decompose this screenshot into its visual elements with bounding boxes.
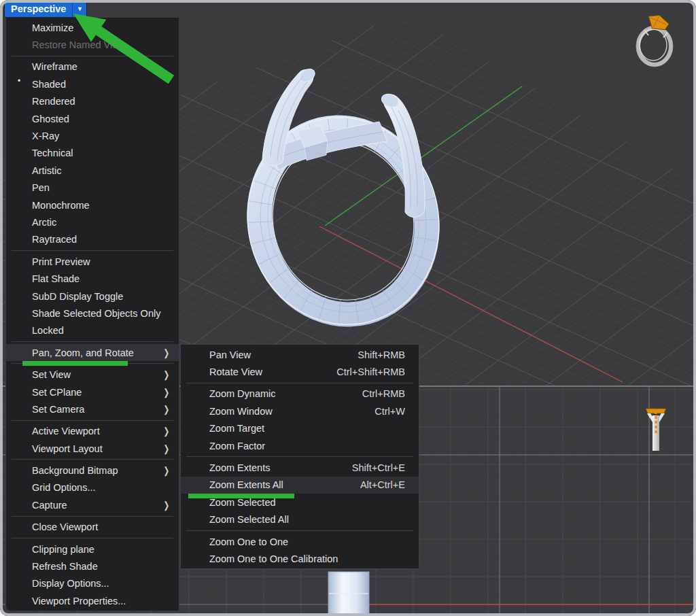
menu-item-arctic[interactable]: Arctic	[6, 213, 179, 230]
menu-item-restore-named-view: Restore Named View	[6, 36, 179, 53]
menu-item-flat-shade[interactable]: Flat Shade	[6, 270, 179, 287]
menu-item-capture[interactable]: Capture❯	[6, 496, 179, 513]
menu-item-label: X-Ray	[32, 131, 59, 141]
shortcut-label: Alt+Ctrl+E	[360, 479, 405, 490]
menu-item-artistic[interactable]: Artistic	[6, 162, 179, 179]
chevron-right-icon: ❯	[164, 369, 170, 380]
menu-separator	[6, 457, 179, 462]
menu-item-set-camera[interactable]: Set Camera❯	[6, 400, 179, 417]
rhino-app-window: Perspective ▼ MaximizeRestore Named View…	[0, 0, 696, 616]
menu-item-subd-display-toggle[interactable]: SubD Display Toggle	[6, 288, 179, 305]
submenu-item-zoom-extents-all[interactable]: Zoom Extents AllAlt+Ctrl+E	[181, 477, 419, 494]
menu-item-label: Set Camera	[32, 404, 84, 415]
submenu-item-zoom-extents[interactable]: Zoom ExtentsShift+Ctrl+E	[181, 459, 419, 476]
submenu-item-zoom-target[interactable]: Zoom Target	[181, 420, 419, 437]
menu-item-label: Restore Named View	[32, 39, 125, 50]
menu-item-pen[interactable]: Pen	[6, 179, 179, 196]
annotation-underline-zoom-extents-all	[188, 494, 294, 498]
menu-item-label: Pan, Zoom, and Rotate	[32, 347, 134, 358]
submenu-item-label: Zoom Extents	[209, 462, 270, 473]
menu-item-close-viewport[interactable]: Close Viewport	[6, 519, 179, 536]
submenu-item-zoom-one-to-one[interactable]: Zoom One to One	[181, 533, 419, 550]
menu-item-maximize[interactable]: Maximize	[6, 19, 179, 36]
chevron-right-icon: ❯	[164, 387, 170, 398]
shortcut-label: Ctrl+Shift+RMB	[336, 366, 405, 377]
menu-item-pan-zoom-and-rotate[interactable]: Pan, Zoom, and Rotate❯	[6, 344, 179, 361]
viewport-title-dropdown-arrow[interactable]: ▼	[72, 1, 86, 17]
menu-item-refresh-shade[interactable]: Refresh Shade	[6, 558, 179, 575]
submenu-item-label: Pan View	[209, 349, 251, 360]
submenu-separator	[181, 381, 419, 386]
submenu-item-zoom-factor[interactable]: Zoom Factor	[181, 437, 419, 454]
menu-item-active-viewport[interactable]: Active Viewport❯	[6, 423, 179, 440]
menu-item-label: Set CPlane	[32, 387, 82, 398]
chevron-down-icon: ▼	[77, 5, 83, 12]
submenu-item-zoom-window[interactable]: Zoom WindowCtrl+W	[181, 403, 419, 420]
chevron-right-icon: ❯	[164, 443, 170, 454]
viewport-title-button[interactable]: Perspective ▼	[5, 1, 86, 17]
menu-separator	[6, 54, 179, 58]
menu-separator	[6, 418, 179, 423]
menu-item-label: Close Viewport	[32, 521, 98, 532]
menu-separator	[6, 514, 179, 519]
menu-item-monochrome[interactable]: Monochrome	[6, 196, 179, 213]
menu-item-label: Refresh Shade	[32, 561, 98, 572]
menu-item-wireframe[interactable]: Wireframe	[6, 58, 179, 75]
menu-item-label: Background Bitmap	[32, 465, 118, 476]
menu-item-viewport-properties[interactable]: Viewport Properties...	[6, 592, 179, 609]
menu-item-label: Capture	[32, 500, 67, 511]
chevron-right-icon: ❯	[164, 465, 170, 476]
menu-item-label: Grid Options...	[32, 482, 95, 493]
menu-item-set-cplane[interactable]: Set CPlane❯	[6, 383, 179, 400]
menu-item-label: Locked	[32, 325, 64, 336]
submenu-item-zoom-one-to-one-calibration[interactable]: Zoom One to One Calibration	[181, 550, 419, 567]
submenu-item-label: Zoom Window	[209, 406, 273, 417]
menu-item-set-view[interactable]: Set View❯	[6, 366, 179, 383]
menu-item-label: Raytraced	[32, 234, 77, 245]
annotation-underline-pan-zoom-rotate	[22, 361, 128, 366]
chevron-right-icon: ❯	[164, 426, 170, 437]
submenu-separator	[181, 528, 419, 533]
submenu-item-zoom-dynamic[interactable]: Zoom DynamicCtrl+RMB	[181, 386, 419, 403]
menu-item-display-options[interactable]: Display Options...	[6, 575, 179, 592]
menu-item-label: Set View	[32, 369, 71, 380]
menu-item-technical[interactable]: Technical	[6, 145, 179, 162]
menu-item-shade-selected-objects-only[interactable]: Shade Selected Objects Only	[6, 305, 179, 322]
menu-item-raytraced[interactable]: Raytraced	[6, 231, 179, 248]
menu-item-label: Print Preview	[32, 256, 90, 267]
pan-zoom-rotate-submenu: Pan ViewShift+RMBRotate ViewCtrl+Shift+R…	[180, 344, 419, 569]
submenu-item-rotate-view[interactable]: Rotate ViewCtrl+Shift+RMB	[181, 363, 419, 380]
menu-item-label: Technical	[32, 148, 73, 158]
submenu-item-label: Zoom Extents All	[209, 479, 283, 490]
menu-item-rendered[interactable]: Rendered	[6, 93, 179, 110]
menu-item-label: Ghosted	[32, 114, 69, 124]
current-mode-bullet-icon: •	[18, 76, 20, 86]
menu-item-label: Viewport Properties...	[32, 596, 126, 606]
submenu-item-label: Rotate View	[209, 366, 262, 377]
submenu-item-label: Zoom Selected	[209, 497, 276, 508]
submenu-item-zoom-selected-all[interactable]: Zoom Selected All	[181, 511, 419, 528]
menu-item-label: Maximize	[32, 22, 73, 33]
menu-item-grid-options[interactable]: Grid Options...	[6, 479, 179, 496]
menu-item-label: Active Viewport	[32, 426, 100, 437]
menu-item-label: Artistic	[32, 165, 62, 176]
shortcut-label: Shift+Ctrl+E	[352, 462, 405, 473]
menu-item-label: Wireframe	[32, 61, 77, 72]
menu-item-label: Monochrome	[32, 200, 90, 211]
menu-item-shaded[interactable]: •Shaded	[6, 75, 179, 92]
menu-item-background-bitmap[interactable]: Background Bitmap❯	[6, 462, 179, 479]
menu-item-clipping-plane[interactable]: Clipping plane	[6, 541, 179, 558]
submenu-item-pan-view[interactable]: Pan ViewShift+RMB	[181, 346, 419, 363]
menu-item-label: Display Options...	[32, 578, 109, 589]
viewport-title-label[interactable]: Perspective	[5, 1, 72, 17]
menu-item-label: Rendered	[32, 96, 75, 107]
viewport-context-menu: MaximizeRestore Named ViewWireframe•Shad…	[5, 18, 179, 611]
menu-item-ghosted[interactable]: Ghosted	[6, 110, 179, 127]
menu-item-x-ray[interactable]: X-Ray	[6, 127, 179, 144]
menu-item-locked[interactable]: Locked	[6, 322, 179, 339]
chevron-right-icon: ❯	[164, 347, 170, 358]
menu-item-print-preview[interactable]: Print Preview	[6, 253, 179, 270]
menu-item-viewport-layout[interactable]: Viewport Layout❯	[6, 440, 179, 457]
menu-item-label: Flat Shade	[32, 273, 80, 284]
menu-item-label: Viewport Layout	[32, 443, 103, 454]
